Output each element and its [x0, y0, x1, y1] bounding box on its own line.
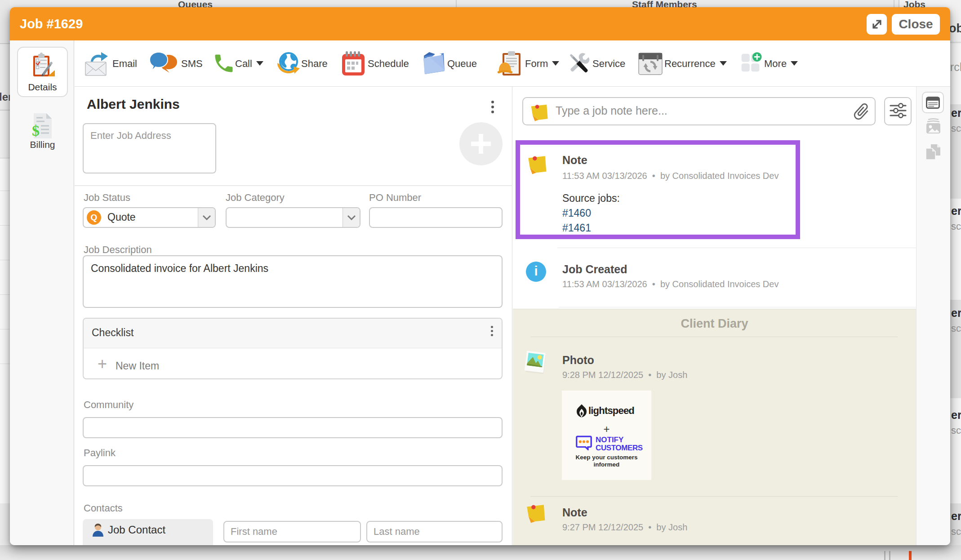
svg-text:$: $ — [32, 122, 40, 139]
